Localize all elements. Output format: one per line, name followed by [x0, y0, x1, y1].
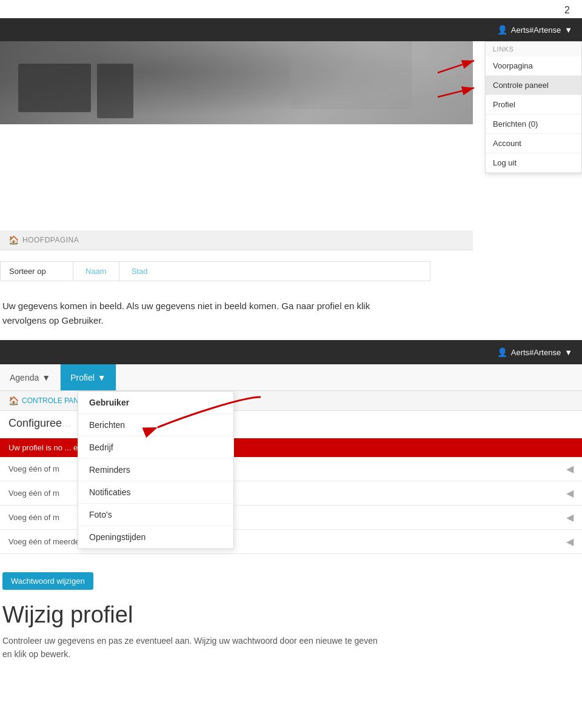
- wijzig-desc: Controleer uw gegevens en pas ze eventue…: [2, 634, 580, 661]
- list-row-1-text: Voeg één of m: [8, 464, 59, 473]
- dropdown-item-account[interactable]: Account: [486, 134, 581, 153]
- wijzig-profiel-title: Wijzig profiel: [2, 602, 580, 628]
- username-label: Aerts#Artense: [511, 25, 561, 35]
- profiel-label: Profiel: [70, 373, 95, 382]
- wijzig-desc-line2: en klik op bewerk.: [2, 649, 70, 659]
- list-row-2-arrow: ◀: [566, 487, 574, 499]
- dropdown-arrow-icon-2: ▼: [564, 348, 572, 357]
- top-navbar: 👤 Aerts#Artense ▼ LINKS Voorpagina Contr…: [0, 18, 582, 41]
- section2: 👤 Aerts#Artense ▼ Agenda ▼ Profiel ▼ Geb…: [0, 340, 582, 554]
- home-icon-2: 🏠: [8, 396, 19, 406]
- user-icon-2: 👤: [497, 347, 507, 357]
- sort-label: Sorteer op: [1, 262, 73, 281]
- agenda-label: Agenda: [10, 373, 39, 382]
- user-icon: 👤: [497, 25, 507, 35]
- list-row-3-text: Voeg één of m: [8, 513, 59, 522]
- profiel-arrow-icon: ▼: [98, 373, 106, 382]
- agenda-arrow-icon: ▼: [42, 373, 50, 382]
- section3: Wachtwoord wijzigen Wijzig profiel Contr…: [0, 572, 582, 661]
- list-row-1-arrow: ◀: [566, 463, 574, 475]
- section1: 👤 Aerts#Artense ▼ LINKS Voorpagina Contr…: [0, 18, 582, 282]
- profile-item-gebruiker[interactable]: Gebruiker: [78, 392, 233, 414]
- list-row-2-text: Voeg één of m: [8, 489, 59, 498]
- home-icon: 🏠: [8, 235, 19, 245]
- page-number: 2: [564, 5, 570, 16]
- user-menu-button[interactable]: 👤 Aerts#Artense ▼: [497, 25, 572, 35]
- dropdown-item-controlepaneel[interactable]: Controle paneel: [486, 76, 581, 95]
- wachtwoord-wijzigen-button[interactable]: Wachtwoord wijzigen: [2, 572, 93, 590]
- breadcrumb-text: HOOFDPAGINA: [22, 236, 79, 244]
- user-dropdown-menu: LINKS Voorpagina Controle paneel Profiel…: [485, 41, 582, 173]
- profile-dropdown-menu: Gebruiker Berichten Bedrijf Reminders No…: [78, 391, 234, 549]
- dropdown-arrow-icon: ▼: [564, 25, 572, 35]
- instruction-line2: vervolgens op Gebruiker.: [2, 315, 104, 326]
- profile-item-fotos[interactable]: Foto's: [78, 504, 233, 526]
- navbar2: 👤 Aerts#Artense ▼: [0, 340, 582, 364]
- list-row-3-arrow: ◀: [566, 512, 574, 523]
- profile-item-notificaties[interactable]: Notificaties: [78, 481, 233, 504]
- list-row-4-arrow: ◀: [566, 536, 574, 547]
- nav-item-profiel[interactable]: Profiel ▼: [61, 364, 116, 390]
- dropdown-item-berichten[interactable]: Berichten (0): [486, 115, 581, 134]
- user-menu-button-2[interactable]: 👤 Aerts#Artense ▼: [497, 347, 572, 357]
- profile-item-berichten[interactable]: Berichten: [78, 414, 233, 436]
- sort-stad[interactable]: Stad: [119, 262, 160, 281]
- dropdown-item-voorpagina[interactable]: Voorpagina: [486, 56, 581, 76]
- dropdown-section-label: LINKS: [486, 42, 581, 56]
- nav-menu-bar: Agenda ▼ Profiel ▼ Gebruiker Berichten B…: [0, 364, 582, 391]
- breadcrumb-bar: 🏠 HOOFDPAGINA: [0, 230, 473, 250]
- wijzig-desc-line1: Controleer uw gegevens en pas ze eventue…: [2, 636, 378, 646]
- profile-item-reminders[interactable]: Reminders: [78, 459, 233, 481]
- nav-item-agenda[interactable]: Agenda ▼: [0, 364, 61, 390]
- profile-item-openingstijden[interactable]: Openingstijden: [78, 526, 233, 549]
- sort-naam[interactable]: Naam: [73, 262, 119, 281]
- dropdown-item-profiel[interactable]: Profiel: [486, 95, 581, 115]
- username-label-2: Aerts#Artense: [511, 348, 561, 357]
- profile-item-bedrijf[interactable]: Bedrijf: [78, 436, 233, 459]
- dropdown-item-logout[interactable]: Log uit: [486, 153, 581, 173]
- instruction-line1: Uw gegevens komen in beeld. Als uw gegev…: [2, 301, 370, 311]
- sort-bar: Sorteer op Naam Stad: [0, 261, 430, 281]
- instruction-text: Uw gegevens komen in beeld. Als uw gegev…: [0, 299, 582, 328]
